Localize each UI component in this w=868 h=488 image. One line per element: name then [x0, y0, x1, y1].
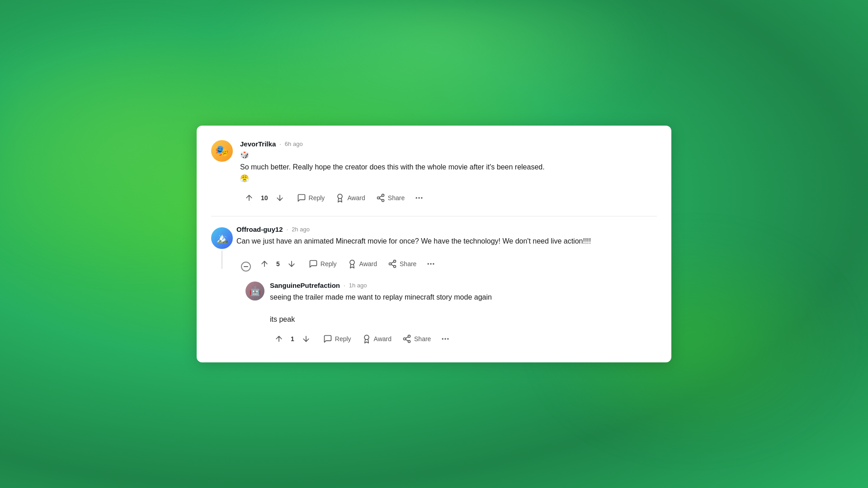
svg-point-17	[430, 263, 432, 264]
reply-icon-reply-1	[323, 334, 332, 343]
reply-icon-1	[297, 193, 306, 202]
svg-line-23	[406, 339, 408, 341]
separator-dot-1: ·	[279, 141, 281, 147]
downvote-button-2[interactable]	[283, 257, 301, 271]
username-sanguine: SanguinePutrefaction	[270, 282, 340, 289]
comment-2-header: Offroad-guy12 · 2h ago	[236, 225, 657, 233]
avatar-offroad-guy12: 🏔️	[211, 227, 233, 249]
svg-point-25	[442, 338, 443, 339]
svg-point-6	[416, 197, 417, 198]
separator-dot-2: ·	[287, 226, 288, 233]
award-icon-reply-1	[362, 334, 371, 343]
award-icon-2	[348, 259, 357, 268]
separator-dot-3: ·	[344, 282, 345, 289]
share-button-2[interactable]: Share	[383, 257, 421, 271]
svg-point-0	[338, 194, 342, 198]
reply-label-2: Reply	[321, 260, 337, 267]
reply-1-header: SanguinePutrefaction · 1h ago	[270, 282, 657, 289]
award-button-reply-1[interactable]: Award	[358, 332, 396, 346]
award-icon-1	[335, 193, 344, 202]
reply-1: 🤖 SanguinePutrefaction · 1h ago seeing t…	[245, 282, 657, 346]
downvote-icon-reply-1	[302, 334, 311, 343]
comment-1-actions: 10 Reply	[240, 191, 657, 205]
avatar-sanguine: 🤖	[245, 282, 264, 300]
collapse-area: 🏔️	[211, 227, 233, 269]
more-options-2[interactable]	[423, 257, 439, 271]
svg-point-27	[448, 338, 449, 339]
comment-1-emoji: 🎲	[240, 151, 249, 159]
reply-button-reply-1[interactable]: Reply	[319, 332, 356, 346]
comment-1: 🎭 JevorTrilka · 6h ago 🎲 So much better.…	[211, 140, 657, 205]
reply-label-reply-1: Reply	[335, 335, 351, 343]
share-label-1: Share	[388, 194, 405, 202]
downvote-icon-1	[275, 193, 284, 202]
comment-1-text: So much better. Really hope the creator …	[240, 162, 657, 184]
downvote-button-1[interactable]	[271, 191, 289, 205]
vote-group-1: 10	[240, 191, 289, 205]
svg-point-18	[433, 263, 434, 264]
vote-group-reply-1: 1	[270, 332, 315, 346]
reply-label-1: Reply	[309, 194, 325, 202]
svg-point-8	[421, 197, 422, 198]
share-button-reply-1[interactable]: Share	[398, 332, 435, 346]
more-icon-1	[415, 193, 424, 202]
more-options-1[interactable]	[411, 191, 427, 205]
svg-point-7	[419, 197, 420, 198]
upvote-button-2[interactable]	[255, 257, 274, 271]
comment-1-emoji-row: 🎲	[240, 150, 657, 159]
timestamp-2: 2h ago	[292, 226, 310, 233]
username-offroad: Offroad-guy12	[236, 225, 283, 233]
reply-1-text: seeing the trailer made me want to repla…	[270, 292, 657, 325]
reply-1-body: SanguinePutrefaction · 1h ago seeing the…	[270, 282, 657, 346]
upvote-button-reply-1[interactable]	[270, 332, 288, 346]
svg-line-5	[379, 196, 382, 197]
svg-line-24	[406, 337, 408, 338]
award-label-2: Award	[359, 260, 377, 267]
reply-button-2[interactable]: Reply	[304, 257, 341, 271]
downvote-icon-2	[287, 259, 296, 268]
comment-2-actions: 5 Reply	[236, 253, 657, 274]
svg-point-10	[350, 260, 354, 264]
comment-2-text: Can we just have an animated Minecraft m…	[236, 236, 657, 247]
svg-point-26	[445, 338, 446, 339]
comment-2-wrapper: 🏔️ Offroad-guy12 · 2h ago Can we just ha…	[211, 225, 657, 346]
upvote-icon-1	[245, 193, 254, 202]
comment-2-body: Offroad-guy12 · 2h ago Can we just have …	[236, 225, 657, 346]
avatar-jevortrilka: 🎭	[211, 140, 233, 162]
more-icon-reply-1	[441, 334, 450, 343]
share-icon-reply-1	[402, 334, 411, 343]
svg-line-4	[379, 198, 382, 200]
comments-card: 🎭 JevorTrilka · 6h ago 🎲 So much better.…	[197, 126, 671, 362]
upvote-button-1[interactable]	[240, 191, 258, 205]
reply-1-actions: 1 Reply	[270, 332, 657, 346]
divider-1	[211, 216, 657, 216]
award-button-2[interactable]: Award	[343, 257, 382, 271]
svg-point-16	[428, 263, 429, 264]
upvote-icon-2	[260, 259, 269, 268]
svg-line-14	[391, 264, 394, 266]
upvote-icon-reply-1	[274, 334, 283, 343]
share-label-2: Share	[400, 260, 416, 267]
vote-count-reply-1: 1	[290, 335, 295, 343]
reply-icon-2	[309, 259, 318, 268]
comment-1-header: JevorTrilka · 6h ago	[240, 140, 657, 148]
vote-group-2: 5	[255, 257, 301, 271]
thread-line	[222, 251, 222, 269]
share-button-1[interactable]: Share	[372, 191, 409, 205]
minus-icon	[243, 264, 249, 269]
share-icon-2	[388, 259, 397, 268]
timestamp-reply-1: 1h ago	[349, 282, 367, 289]
more-icon-2	[426, 259, 435, 268]
collapse-button-2[interactable]	[236, 253, 252, 274]
award-label-1: Award	[347, 194, 365, 202]
share-label-reply-1: Share	[414, 335, 431, 343]
award-label-reply-1: Award	[374, 335, 392, 343]
vote-count-2: 5	[275, 260, 281, 267]
award-button-1[interactable]: Award	[331, 191, 369, 205]
svg-point-19	[364, 335, 369, 340]
reply-button-1[interactable]: Reply	[292, 191, 330, 205]
collapse-icon-2	[241, 262, 251, 272]
svg-line-15	[391, 262, 394, 263]
more-options-reply-1[interactable]	[437, 332, 453, 346]
downvote-button-reply-1[interactable]	[297, 332, 315, 346]
